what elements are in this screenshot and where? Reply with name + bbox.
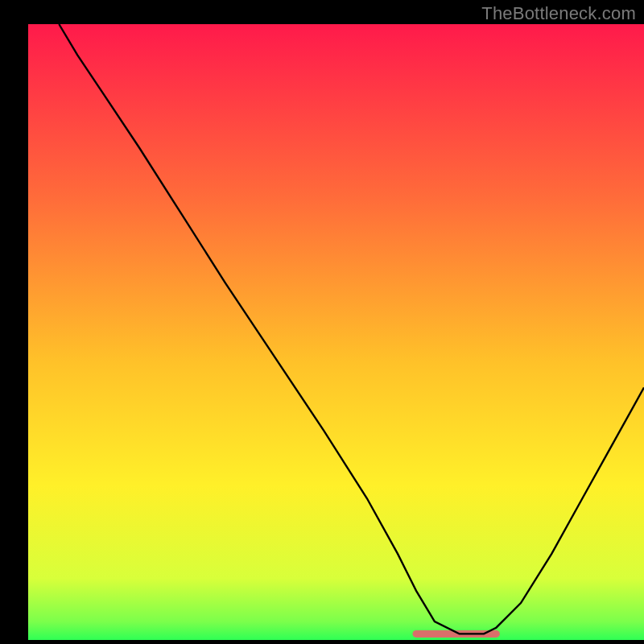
watermark-text: TheBottleneck.com xyxy=(481,3,636,24)
plot-background xyxy=(28,24,644,640)
chart-container: { "watermark": "TheBottleneck.com", "cha… xyxy=(0,0,644,644)
chart-svg xyxy=(0,0,644,644)
